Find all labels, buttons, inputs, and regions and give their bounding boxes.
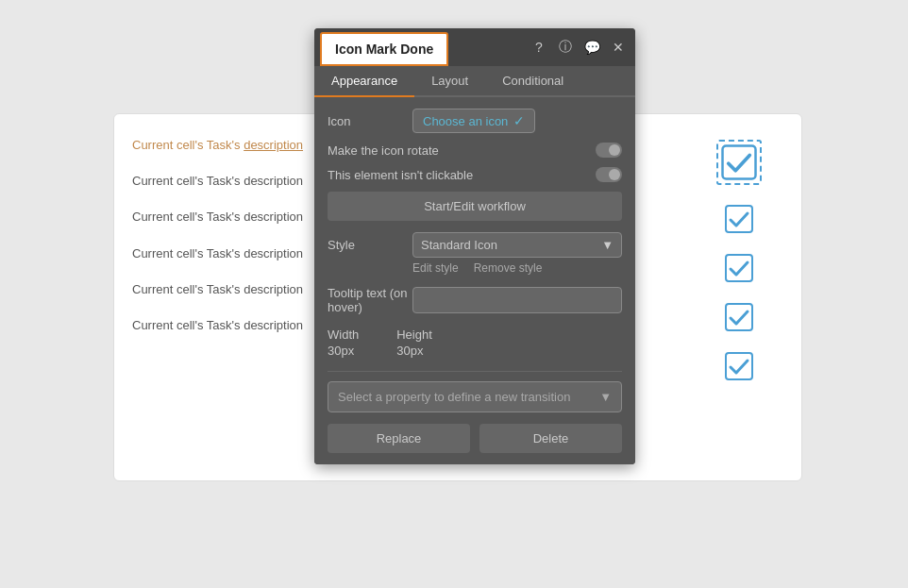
height-value: 30px: [396, 344, 432, 358]
rotate-label: Make the icon rotate: [328, 143, 439, 158]
task-list: Current cell's Task's description Curren…: [132, 137, 307, 353]
replace-button[interactable]: Replace: [328, 424, 470, 453]
divider: [328, 371, 622, 372]
style-select[interactable]: Standard Icon ▼: [412, 232, 622, 258]
list-item: Current cell's Task's description: [132, 173, 307, 190]
dimension-row: Width 30px Height 30px: [328, 328, 622, 358]
list-item: Current cell's Task's description: [132, 209, 307, 226]
info-icon[interactable]: ⓘ: [556, 38, 575, 57]
tab-appearance[interactable]: Appearance: [314, 66, 414, 97]
list-item: Current cell's Task's description: [132, 137, 307, 154]
header-icons: ? ⓘ 💬 ✕: [530, 28, 635, 66]
clickable-toggle[interactable]: [596, 167, 622, 182]
tab-layout[interactable]: Layout: [414, 66, 485, 97]
tabs-bar: Appearance Layout Conditional: [314, 66, 635, 97]
width-label: Width: [328, 328, 359, 342]
panel-header: Icon Mark Done ? ⓘ 💬 ✕: [314, 28, 635, 66]
panel-title: Icon Mark Done: [320, 32, 448, 66]
chevron-down-icon: ▼: [599, 390, 612, 404]
clickable-toggle-row: This element isn't clickable: [328, 167, 622, 182]
remove-style-link[interactable]: Remove style: [474, 261, 543, 275]
tab-conditional[interactable]: Conditional: [485, 66, 580, 97]
list-item: Current cell's Task's description: [132, 317, 307, 334]
comment-icon[interactable]: 💬: [582, 38, 601, 57]
style-links: Edit style Remove style: [328, 261, 622, 275]
height-group: Height 30px: [396, 328, 432, 358]
icons-column: [716, 140, 762, 381]
style-label: Style: [328, 238, 412, 252]
choose-icon-button[interactable]: Choose an icon ✓: [412, 109, 535, 133]
check-icon-1: [724, 204, 754, 234]
check-icon-4: [724, 351, 754, 381]
icon-label: Icon: [328, 114, 412, 128]
panel-body: Icon Choose an icon ✓ Make the icon rota…: [314, 97, 635, 464]
help-icon[interactable]: ?: [530, 38, 548, 57]
tooltip-label: Tooltip text (on hover): [328, 286, 412, 314]
tooltip-input[interactable]: [412, 287, 622, 313]
rotate-toggle[interactable]: [596, 143, 622, 158]
icon-field-row: Icon Choose an icon ✓: [328, 109, 622, 133]
close-icon[interactable]: ✕: [609, 38, 628, 57]
style-row: Style Standard Icon ▼: [328, 232, 622, 258]
transition-select[interactable]: Select a property to define a new transi…: [328, 381, 622, 412]
chevron-down-icon: ▼: [601, 238, 614, 252]
rotate-toggle-row: Make the icon rotate: [328, 143, 622, 158]
height-label: Height: [396, 328, 432, 342]
checkmark-icon: ✓: [513, 113, 525, 128]
check-icon-3: [724, 302, 754, 332]
check-icon-2: [724, 253, 754, 283]
edit-style-link[interactable]: Edit style: [412, 261, 459, 275]
featured-check-icon: [716, 140, 762, 185]
list-item: Current cell's Task's description: [132, 281, 307, 298]
bottom-buttons: Replace Delete: [328, 424, 622, 453]
delete-button[interactable]: Delete: [479, 424, 622, 453]
tooltip-row: Tooltip text (on hover): [328, 286, 622, 314]
workflow-button[interactable]: Start/Edit workflow: [328, 192, 622, 221]
main-panel: Icon Mark Done ? ⓘ 💬 ✕ Appearance Layout…: [314, 28, 635, 464]
width-group: Width 30px: [328, 328, 359, 358]
clickable-label: This element isn't clickable: [328, 168, 473, 182]
list-item: Current cell's Task's description: [132, 245, 307, 262]
width-value: 30px: [328, 344, 359, 358]
